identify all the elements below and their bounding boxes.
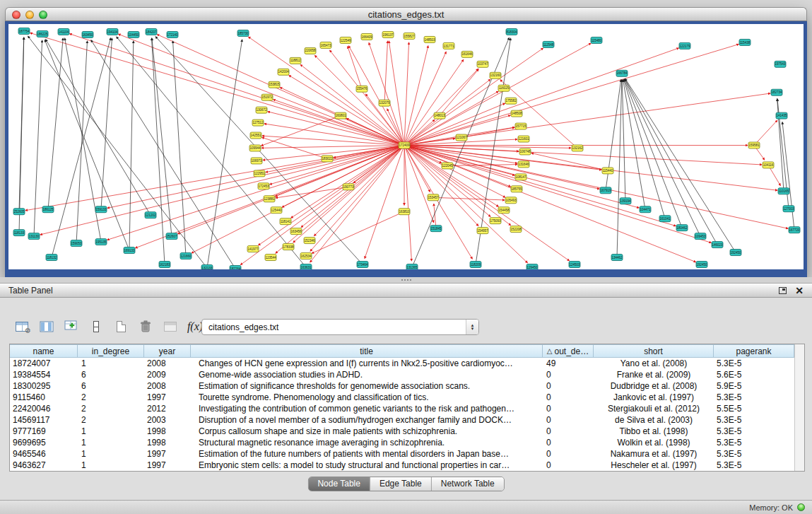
tab-edge-table[interactable]: Edge Table [370, 477, 432, 491]
network-node[interactable]: 173464 [357, 262, 368, 268]
network-edge[interactable] [404, 59, 464, 145]
column-header-title[interactable]: title [190, 344, 543, 358]
network-edge[interactable] [276, 187, 348, 198]
zoom-window-button[interactable] [39, 11, 47, 19]
table-row[interactable]: 977716911998Corpus callosum shape and si… [10, 426, 794, 437]
network-node[interactable]: 122549 [340, 37, 351, 43]
network-node[interactable]: 172453 [258, 183, 269, 189]
network-node[interactable]: 124503 [569, 262, 580, 268]
network-edge[interactable] [48, 38, 63, 209]
network-node[interactable]: 142004 [278, 69, 289, 75]
new-file-icon[interactable] [112, 317, 130, 336]
network-edge[interactable] [404, 146, 676, 226]
network-node[interactable]: 159581 [748, 142, 760, 148]
network-node[interactable]: 109453 [695, 233, 706, 240]
network-edge[interactable] [348, 46, 404, 146]
network-node[interactable]: 153815 [269, 81, 280, 88]
network-node[interactable]: 148508 [511, 110, 522, 117]
network-node[interactable]: 118133 [13, 230, 25, 236]
table-row[interactable]: 1830029562008Estimation of significance … [10, 380, 794, 392]
network-edge[interactable] [389, 41, 404, 146]
network-edge[interactable] [404, 45, 739, 146]
network-node[interactable]: 146023 [712, 242, 723, 248]
network-node[interactable]: 121601 [518, 136, 529, 142]
network-node[interactable]: 184207 [146, 28, 157, 35]
network-edge[interactable] [440, 69, 478, 116]
column-header-out_de[interactable]: △out_de… [542, 344, 594, 358]
network-node[interactable]: 161041 [659, 216, 671, 222]
window-titlebar[interactable]: citations_edges.txt [5, 7, 807, 21]
network-node[interactable]: 152346 [304, 238, 315, 244]
network-edge[interactable] [617, 80, 622, 257]
network-node[interactable]: 132079 [379, 100, 390, 106]
network-node[interactable]: 160801 [335, 112, 346, 119]
network-node[interactable]: 153457 [428, 194, 439, 201]
table-row[interactable]: 2242004622012Investigating the contribut… [10, 403, 794, 414]
network-node[interactable]: 172140 [167, 31, 178, 37]
network-edge[interactable] [261, 116, 341, 146]
network-node[interactable]: 195135 [95, 239, 107, 245]
network-node[interactable]: 220658 [305, 47, 316, 54]
column-header-short[interactable]: short [593, 344, 714, 358]
network-node[interactable]: 183022 [322, 156, 333, 162]
network-node[interactable]: 162534 [300, 253, 312, 259]
network-node[interactable]: 131365 [406, 264, 418, 269]
network-node[interactable]: 182264 [230, 266, 241, 269]
network-node[interactable]: 118132 [46, 255, 57, 261]
network-node[interactable]: 131646 [518, 161, 529, 168]
network-edge[interactable] [91, 40, 235, 269]
network-node[interactable]: 192450 [730, 250, 741, 256]
network-node[interactable]: 185755 [511, 186, 522, 192]
network-node[interactable]: 106973 [251, 158, 262, 164]
network-edge[interactable] [248, 37, 404, 145]
close-panel-icon[interactable]: ✕ [795, 285, 804, 296]
network-node[interactable]: 118141 [280, 218, 291, 225]
table-row[interactable]: 1938455462009Genome-wide association stu… [10, 369, 794, 380]
network-node[interactable]: 104116 [763, 162, 774, 168]
column-header-name[interactable]: name [9, 344, 78, 358]
network-edge[interactable] [404, 52, 446, 145]
network-node[interactable]: 163450 [82, 31, 93, 37]
network-edge[interactable] [624, 79, 682, 228]
table-row[interactable]: 1872400712008Changes of HCN gene express… [10, 358, 794, 369]
network-node[interactable]: 121067 [456, 134, 467, 141]
network-node[interactable]: 139194 [620, 198, 631, 204]
network-node[interactable]: 123881 [264, 196, 275, 202]
table-row[interactable]: 946362711997Embryonic stem cells: a mode… [10, 460, 794, 471]
network-node[interactable]: 103747 [477, 61, 488, 67]
network-edge[interactable] [289, 75, 404, 145]
network-node[interactable]: 192450 [696, 262, 707, 268]
network-edge[interactable] [34, 40, 42, 236]
network-edge[interactable] [754, 120, 777, 145]
network-node[interactable]: 166784 [616, 70, 628, 76]
network-edge[interactable] [404, 146, 788, 229]
network-node[interactable]: 178338 [283, 244, 294, 250]
show-columns-icon[interactable] [37, 317, 56, 336]
select-rows-icon[interactable] [87, 317, 105, 336]
network-edge[interactable] [129, 41, 134, 250]
network-node[interactable]: 130672 [256, 107, 267, 113]
network-edge[interactable] [276, 146, 404, 254]
network-node[interactable]: 154458 [498, 207, 510, 214]
network-node[interactable]: 186125 [42, 206, 54, 213]
network-node[interactable]: 141977 [247, 246, 259, 252]
network-node[interactable]: 118209 [470, 262, 481, 268]
network-node[interactable]: 154957 [477, 228, 488, 234]
network-edge[interactable] [25, 146, 404, 211]
vertical-scrollbar[interactable] [794, 344, 804, 471]
network-node[interactable]: 131771 [443, 42, 454, 49]
column-header-in_degree[interactable]: in_degree [77, 344, 144, 358]
network-node[interactable]: 122045 [442, 163, 453, 169]
network-edge[interactable] [404, 146, 411, 262]
network-node[interactable]: 252607 [166, 233, 177, 240]
network-node[interactable]: 151845 [430, 226, 442, 232]
network-edge[interactable] [19, 37, 24, 211]
table-source-dropdown[interactable]: citations_edges.txt ▲▼ [201, 319, 479, 335]
network-node[interactable]: 186225 [37, 30, 48, 37]
network-edge[interactable] [404, 146, 478, 226]
network-edge[interactable] [348, 46, 362, 88]
network-node[interactable]: 182734 [771, 89, 782, 95]
network-node[interactable]: 127512 [252, 119, 264, 126]
add-column-icon[interactable] [62, 317, 81, 336]
network-edge[interactable] [312, 211, 404, 253]
